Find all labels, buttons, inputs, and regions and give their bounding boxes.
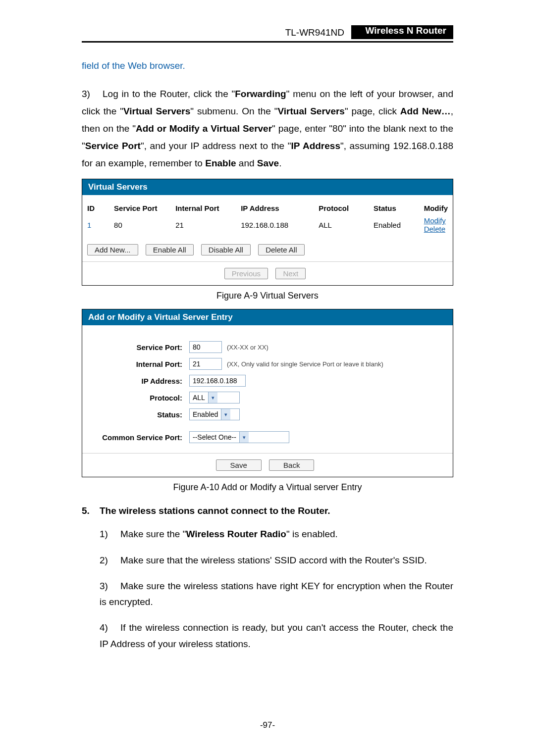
- back-button[interactable]: Back: [269, 459, 314, 471]
- hint-service-port: (XX-XX or XX): [227, 344, 268, 351]
- disable-all-button[interactable]: Disable All: [201, 244, 251, 255]
- list-item: 4)If the wireless connection is ready, b…: [100, 620, 453, 652]
- col-protocol: Protocol: [314, 202, 369, 214]
- label-ip-address: IP Address:: [88, 377, 189, 385]
- figure-a9-caption: Figure A-9 Virtual Servers: [82, 291, 453, 301]
- delete-all-button[interactable]: Delete All: [258, 244, 304, 255]
- internal-port-input[interactable]: 21: [189, 358, 222, 370]
- am-form: Service Port: 80 (XX-XX or XX) Internal …: [82, 332, 453, 453]
- col-id: ID: [82, 202, 109, 214]
- label-service-port: Service Port:: [88, 343, 189, 352]
- vs-table: ID Service Port Internal Port IP Address…: [82, 202, 453, 235]
- figure-virtual-servers: Virtual Servers ID Service Port Internal…: [82, 179, 453, 286]
- col-modify: Modify: [419, 202, 453, 214]
- figure-a10-caption: Figure A-10 Add or Modify a Virtual serv…: [82, 482, 453, 493]
- col-internal-port: Internal Port: [170, 202, 236, 214]
- ip-address-input[interactable]: 192.168.0.188: [189, 375, 246, 387]
- enable-all-button[interactable]: Enable All: [146, 244, 194, 255]
- save-button[interactable]: Save: [216, 459, 262, 471]
- vs-nav-row: Previous Next: [82, 261, 453, 285]
- header-rule: [82, 41, 453, 43]
- protocol-value: ALL: [190, 394, 208, 402]
- label-internal-port: Internal Port:: [88, 360, 189, 368]
- protocol-select[interactable]: ALL ▾: [189, 392, 240, 403]
- figure-add-modify: Add or Modify a Virtual Server Entry Ser…: [82, 309, 453, 477]
- cell-addr: 192.168.0.188: [236, 214, 314, 235]
- product-box: Wireless N Router: [351, 25, 453, 39]
- chevron-down-icon: ▾: [221, 409, 230, 420]
- vs-header-row: ID Service Port Internal Port IP Address…: [82, 202, 453, 214]
- step-number: 3): [82, 85, 103, 102]
- list-item: 1)Make sure the "Wireless Router Radio" …: [100, 526, 453, 542]
- cell-ip: 21: [170, 214, 236, 235]
- intro-text: field of the Web browser.: [82, 59, 453, 73]
- chevron-down-icon: ▾: [208, 392, 217, 403]
- hint-internal-port: (XX, Only valid for single Service Port …: [227, 360, 383, 368]
- status-value: Enabled: [190, 410, 221, 418]
- table-row: 1 80 21 192.168.0.188 ALL Enabled Modify…: [82, 214, 453, 235]
- label-common-service-port: Common Service Port:: [88, 433, 189, 442]
- vs-panel-title: Virtual Servers: [82, 179, 453, 195]
- step-3: 3)Log in to the Router, click the "Forwa…: [82, 85, 453, 172]
- am-panel-title: Add or Modify a Virtual Server Entry: [82, 309, 453, 325]
- previous-button[interactable]: Previous: [224, 268, 268, 279]
- list-item: 2)Make sure that the wireless stations' …: [100, 553, 453, 568]
- section-5-title: The wireless stations cannot connect to …: [100, 505, 330, 516]
- add-new-button[interactable]: Add New...: [87, 244, 138, 255]
- cell-id: 1: [82, 214, 109, 235]
- model-label: TL-WR941ND: [285, 27, 344, 38]
- label-status: Status:: [88, 410, 189, 419]
- service-port-input[interactable]: 80: [189, 341, 222, 353]
- section-5-number: 5.: [82, 505, 100, 516]
- delete-link[interactable]: Delete: [424, 225, 445, 233]
- list-item: 3)Make sure the wireless stations have r…: [100, 578, 453, 610]
- common-service-port-select[interactable]: --Select One-- ▾: [189, 431, 289, 443]
- col-ip-address: IP Address: [236, 202, 314, 214]
- status-select[interactable]: Enabled ▾: [189, 408, 240, 420]
- modify-link[interactable]: Modify: [424, 216, 446, 225]
- product-label: Wireless N Router: [366, 25, 447, 36]
- cell-proto: ALL: [314, 214, 369, 235]
- vs-button-row: Add New... Enable All Disable All Delete…: [82, 235, 453, 261]
- col-service-port: Service Port: [109, 202, 170, 214]
- page-number: -97-: [82, 720, 453, 730]
- csp-value: --Select One--: [190, 433, 239, 441]
- cell-sp: 80: [109, 214, 170, 235]
- cell-status: Enabled: [369, 214, 419, 235]
- chevron-down-icon: ▾: [239, 432, 249, 443]
- label-protocol: Protocol:: [88, 394, 189, 402]
- am-footer: Save Back: [82, 453, 453, 477]
- section-5-heading: 5.The wireless stations cannot connect t…: [82, 505, 453, 516]
- next-button[interactable]: Next: [275, 268, 306, 279]
- manual-header: TL-WR941ND Wireless N Router: [82, 27, 453, 45]
- col-status: Status: [369, 202, 419, 214]
